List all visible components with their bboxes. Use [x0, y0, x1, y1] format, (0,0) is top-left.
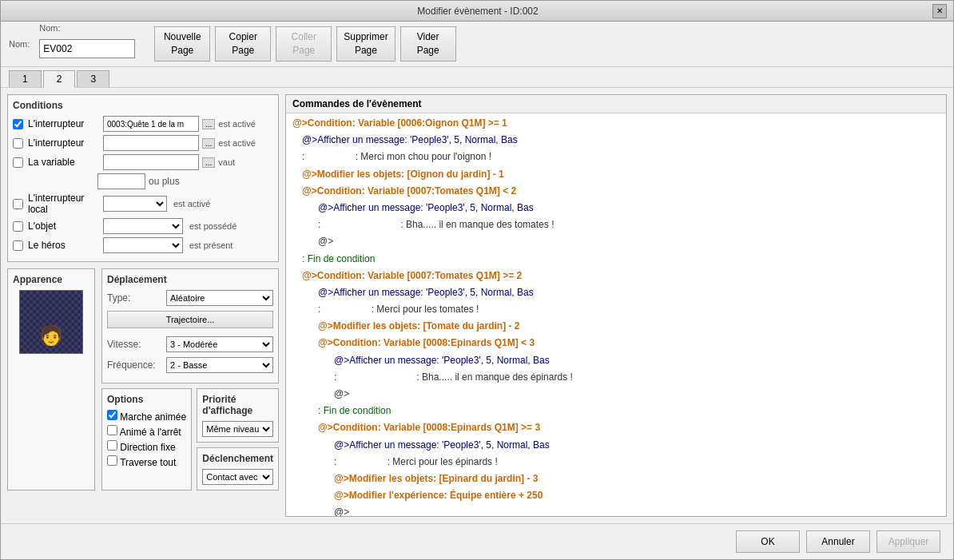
vitesse-select[interactable]: 3 - Modérée — [166, 336, 273, 352]
condition-row-5: L'objet est possédé — [13, 218, 273, 234]
tab-2[interactable]: 2 — [43, 70, 76, 88]
options-priority-trigger: Options Marche animée Animé à l'arrêt — [101, 388, 279, 490]
vider-page-button[interactable]: ViderPage — [400, 26, 456, 62]
cmd-line-18[interactable]: : Fin de condition — [286, 403, 946, 419]
title-bar: Modifier évènement - ID:002 ✕ — [1, 1, 953, 22]
condition-label-3: La variable — [28, 157, 100, 168]
cmd-line-23[interactable]: @>Modifier l'expérience: Équipe entière … — [286, 487, 946, 504]
cmd-line-8[interactable]: @> — [286, 233, 946, 250]
condition-checkbox-2[interactable] — [13, 138, 23, 149]
cmd-line-21[interactable]: : : Merci pour les épinards ! — [286, 454, 946, 471]
commands-list[interactable]: @>Condition: Variable [0006:Oignon Q1M] … — [286, 113, 946, 516]
condition-row-6: Le héros est présent — [13, 237, 273, 253]
condition-checkbox-4[interactable] — [13, 199, 23, 209]
sprite-character: 🧑 — [39, 324, 63, 347]
vitesse-label: Vitesse: — [107, 339, 163, 350]
main-window: Modifier évènement - ID:002 ✕ Nom: Nom: … — [0, 0, 954, 560]
cmd-line-4[interactable]: @>Modifier les objets: [Oignon du jardin… — [286, 166, 946, 183]
cmd-line-12[interactable]: : : Merci pour les tomates ! — [286, 301, 946, 318]
cmd-line-14[interactable]: @>Condition: Variable [0008:Epinards Q1M… — [286, 335, 946, 351]
cmd-line-1[interactable]: @>Condition: Variable [0006:Oignon Q1M] … — [286, 115, 946, 132]
tab-3[interactable]: 3 — [77, 70, 109, 87]
condition-dots-1[interactable]: ... — [202, 119, 215, 129]
option-traverse-label: Traverse tout — [120, 457, 176, 468]
supprimer-page-button[interactable]: SupprimerPage — [336, 26, 395, 62]
type-label: Type: — [107, 292, 163, 304]
frequence-row: Fréquence: 2 - Basse — [107, 357, 273, 373]
apply-button[interactable]: Appliquer — [876, 530, 940, 553]
nom-label-top: Nom: — [39, 23, 135, 33]
cmd-line-6[interactable]: @>Afficher un message: 'People3', 5, Nor… — [286, 200, 946, 216]
copier-page-button[interactable]: CopierPage — [215, 26, 271, 62]
option-anime-checkbox[interactable] — [107, 425, 117, 435]
cmd-line-7[interactable]: : : Bha..... il en manque des tomates ! — [286, 216, 946, 233]
cmd-line-17[interactable]: @> — [286, 386, 946, 403]
option-marche-checkbox[interactable] — [107, 410, 117, 420]
condition-input-3[interactable] — [103, 154, 199, 170]
condition-checkbox-5[interactable] — [13, 221, 23, 232]
cmd-line-11[interactable]: @>Afficher un message: 'People3', 5, Nor… — [286, 284, 946, 301]
coller-page-button[interactable]: CollerPage — [276, 26, 332, 62]
condition-checkbox-1[interactable] — [13, 119, 23, 129]
trigger-select[interactable]: Contact avec le héros — [202, 469, 273, 485]
option-marche-row: Marche animée — [107, 410, 186, 423]
condition-label-6: Le héros — [28, 240, 100, 251]
nom-input[interactable] — [39, 39, 135, 58]
option-direction-checkbox[interactable] — [107, 440, 117, 451]
trajectoire-button[interactable]: Trajectoire... — [107, 311, 273, 328]
condition-checkbox-6[interactable] — [13, 240, 23, 251]
movement-title: Déplacement — [107, 274, 273, 285]
nouvelle-page-button[interactable]: NouvellePage — [154, 26, 210, 62]
sprite-preview[interactable]: 🧑 — [19, 290, 83, 354]
option-direction-label: Direction fixe — [120, 442, 175, 453]
condition-select-6[interactable] — [103, 237, 183, 253]
cmd-line-20[interactable]: @>Afficher un message: 'People3', 5, Nor… — [286, 437, 946, 454]
condition-input-2[interactable] — [103, 135, 199, 151]
frequence-label: Fréquence: — [107, 359, 163, 371]
options-title: Options — [107, 394, 186, 405]
condition-label-2: L'interrupteur — [28, 137, 100, 149]
appearance-section: Apparence 🧑 — [7, 268, 95, 490]
condition-select-5[interactable] — [103, 218, 183, 234]
cmd-line-3[interactable]: : : Merci mon chou pour l'oignon ! — [286, 149, 946, 165]
footer: OK Annuler Appliquer — [1, 523, 953, 559]
condition-label-4: L'interrupteur local — [28, 193, 100, 215]
condition-row-4: L'interrupteur local est activé — [13, 193, 273, 215]
close-button[interactable]: ✕ — [932, 4, 947, 18]
option-traverse-checkbox[interactable] — [107, 455, 117, 466]
variable-spin[interactable] — [97, 173, 145, 189]
frequence-select[interactable]: 2 - Basse — [166, 357, 273, 373]
option-direction-row: Direction fixe — [107, 440, 186, 453]
variable-spin-row: ou plus — [13, 173, 273, 189]
option-marche-label: Marche animée — [120, 411, 186, 423]
cmd-line-16[interactable]: : : Bha..... il en manque des épinards ! — [286, 369, 946, 386]
ok-button[interactable]: OK — [736, 530, 800, 553]
cmd-line-10[interactable]: @>Condition: Variable [0007:Tomates Q1M]… — [286, 268, 946, 284]
condition-select-4[interactable] — [103, 196, 167, 212]
cmd-line-2[interactable]: @>Afficher un message: 'People3', 5, Nor… — [286, 132, 946, 149]
cmd-line-19[interactable]: @>Condition: Variable [0008:Epinards Q1M… — [286, 419, 946, 436]
nom-label: Nom: — [9, 39, 30, 49]
condition-status-6: est présent — [189, 240, 233, 250]
condition-input-1[interactable] — [103, 116, 199, 132]
cmd-line-15[interactable]: @>Afficher un message: 'People3', 5, Nor… — [286, 352, 946, 369]
priority-select[interactable]: Même niveau que le h — [202, 421, 273, 437]
cmd-line-22[interactable]: @>Modifier les objets: [Epinard du jardi… — [286, 471, 946, 487]
cmd-line-13[interactable]: @>Modifier les objets: [Tomate du jardin… — [286, 318, 946, 335]
option-traverse-row: Traverse tout — [107, 455, 186, 468]
cmd-line-5[interactable]: @>Condition: Variable [0007:Tomates Q1M]… — [286, 183, 946, 200]
priority-trigger-group: Priorité d'affichage Même niveau que le … — [197, 388, 279, 490]
condition-dots-3[interactable]: ... — [202, 157, 215, 168]
commands-box: Commandes de l'évènement @>Condition: Va… — [285, 94, 947, 517]
condition-status-1: est activé — [218, 119, 255, 129]
cmd-line-9[interactable]: : Fin de condition — [286, 251, 946, 268]
type-select[interactable]: Aléatoire — [166, 290, 273, 306]
type-row: Type: Aléatoire — [107, 290, 273, 306]
cmd-line-24[interactable]: @> — [286, 504, 946, 516]
condition-dots-2[interactable]: ... — [202, 138, 215, 149]
appearance-title: Apparence — [13, 274, 89, 285]
condition-checkbox-3[interactable] — [13, 157, 23, 168]
cancel-button[interactable]: Annuler — [806, 530, 870, 553]
tab-1[interactable]: 1 — [9, 70, 42, 87]
option-anime-row: Animé à l'arrêt — [107, 425, 186, 438]
